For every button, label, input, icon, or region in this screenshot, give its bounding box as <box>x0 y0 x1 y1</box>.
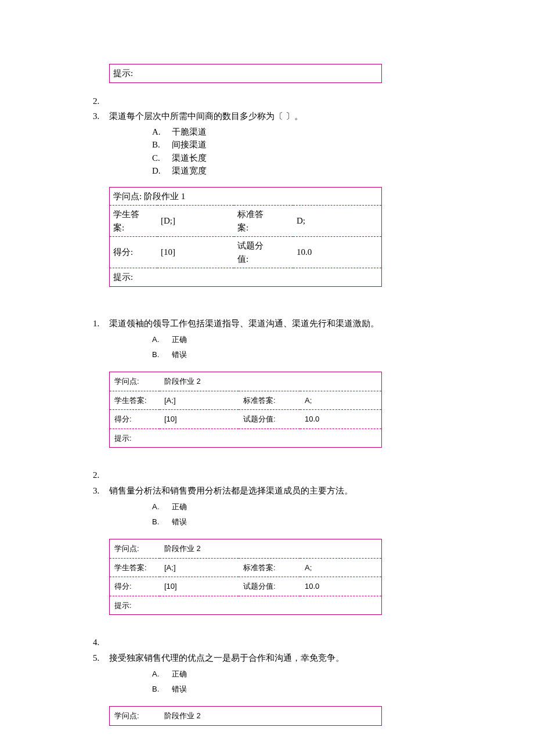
val-label: 试题分值: <box>239 577 300 596</box>
hint-row: 提示: <box>110 268 382 287</box>
item-number: 2. <box>93 95 109 108</box>
hint-label: 提示: <box>113 69 133 78</box>
option-b: B.错误 <box>152 347 476 362</box>
question-s2-1: 1. 渠道领袖的领导工作包括渠道指导、渠道沟通、渠道先行和渠道激励。 <box>93 317 476 330</box>
std-label: 标准答案: <box>239 391 300 410</box>
score-label: 得分: <box>110 577 160 596</box>
kp-value: 阶段作业 2 <box>160 707 382 726</box>
kp-label: 学问点: <box>110 707 160 726</box>
hint-row: 提示: <box>110 596 382 615</box>
std-value: D; <box>293 206 382 237</box>
val-value: 10.0 <box>300 410 382 429</box>
stu-value: [A;] <box>160 391 239 410</box>
stu-label: 学生答案: <box>110 206 158 237</box>
info-box-q3: 学问点: 阶段作业 1 学生答案: [D;] 标准答案: D; 得分: [10]… <box>109 187 382 287</box>
std-value: A; <box>300 558 382 577</box>
list-item-s2-4: 4. <box>93 636 476 649</box>
question-s2-3: 3. 销售量分析法和销售费用分析法都是选择渠道成员的主要方法。 <box>93 484 476 498</box>
item-number: 1. <box>93 317 109 330</box>
option-b: B.错误 <box>152 682 476 697</box>
option-a: A.正确 <box>152 332 476 347</box>
question-text: 销售量分析法和销售费用分析法都是选择渠道成员的主要方法。 <box>109 484 476 498</box>
val-value: 10.0 <box>293 237 382 268</box>
hint-row: 提示: <box>110 64 382 83</box>
score-label: 得分: <box>110 410 160 429</box>
question-text: 渠道领袖的领导工作包括渠道指导、渠道沟通、渠道先行和渠道激励。 <box>109 317 476 330</box>
kp-value: 阶段作业 2 <box>160 539 382 559</box>
kp-label: 学问点: <box>110 372 160 391</box>
option-c: C.渠道长度 <box>152 152 476 165</box>
info-box-s2q3: 学问点:阶段作业 2 学生答案: [A;] 标准答案: A; 得分: [10] … <box>109 539 382 615</box>
kp-value: 阶段作业 2 <box>160 372 382 391</box>
info-box-top: 提示: <box>109 64 382 83</box>
option-b: B.间接渠道 <box>152 138 476 152</box>
score-value: [10] <box>160 577 239 596</box>
item-number: 5. <box>93 651 109 665</box>
hint-row: 提示: <box>110 429 382 448</box>
std-label: 标准答案: <box>234 206 293 237</box>
list-item-s2-2: 2. <box>93 469 476 482</box>
kp-value: 阶段作业 1 <box>144 192 185 201</box>
score-label: 得分: <box>110 237 158 268</box>
option-b: B.错误 <box>152 514 476 530</box>
val-label: 试题分值: <box>239 410 300 429</box>
list-item-2: 2. <box>93 95 476 108</box>
question-s2-5: 5. 接受独家销售代理的优点之一是易于合作和沟通，幸免竞争。 <box>93 651 476 665</box>
option-a: A.正确 <box>152 499 476 514</box>
kp-label: 学问点: <box>110 539 160 559</box>
val-label: 试题分值: <box>234 237 293 268</box>
info-box-s2q1: 学问点:阶段作业 2 学生答案: [A;] 标准答案: A; 得分: [10] … <box>109 372 382 448</box>
option-a: A.正确 <box>152 667 476 682</box>
question-text: 接受独家销售代理的优点之一是易于合作和沟通，幸免竞争。 <box>109 651 476 665</box>
kp-label: 学问点: <box>113 192 142 201</box>
score-value: [10] <box>157 237 234 268</box>
stu-label: 学生答案: <box>110 558 160 577</box>
question-3: 3. 渠道每个层次中所需中间商的数目多少称为〔 〕。 <box>93 110 476 123</box>
question-text: 渠道每个层次中所需中间商的数目多少称为〔 〕。 <box>109 110 476 123</box>
option-d: D.渠道宽度 <box>152 164 476 178</box>
item-number: 3. <box>93 484 109 498</box>
stu-value: [A;] <box>160 558 239 577</box>
item-number: 3. <box>93 110 109 123</box>
std-label: 标准答案: <box>239 558 300 577</box>
val-value: 10.0 <box>300 577 382 596</box>
item-number: 4. <box>93 636 109 649</box>
stu-value: [D;] <box>157 206 234 237</box>
score-value: [10] <box>160 410 239 429</box>
std-value: A; <box>300 391 382 410</box>
item-number: 2. <box>93 469 109 482</box>
info-box-s2q5: 学问点:阶段作业 2 <box>109 706 382 726</box>
stu-label: 学生答案: <box>110 391 160 410</box>
option-a: A.干脆渠道 <box>152 125 476 139</box>
